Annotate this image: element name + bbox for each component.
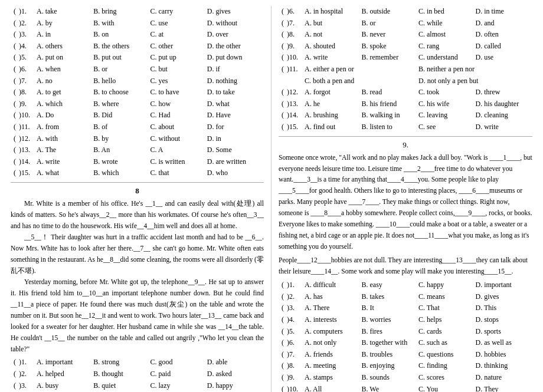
mc-num: )14.: [287, 110, 305, 121]
opt-a: A. shouted: [305, 41, 362, 52]
paren: (: [279, 291, 287, 302]
opt-b: B. sounds: [362, 372, 419, 383]
mc-options: A. The B. An C. A D. Some: [37, 144, 264, 156]
opt-c: C. almost: [418, 29, 476, 40]
opt-c: C. leaving: [418, 110, 476, 121]
opt-d: D. and: [476, 18, 533, 29]
opt-a: A. when: [37, 64, 93, 75]
opt-c: C. while: [418, 18, 476, 29]
opt-c: C. that: [151, 167, 207, 179]
mc-options: A. no B. hello C. yes D. nothing: [37, 75, 264, 87]
opt-b: B. listen to: [362, 121, 419, 133]
mc-row: ( )7. A. but B. or C. while D. and: [279, 18, 532, 29]
mc-row: ( )1. A. take B. bring C. carry D. gives: [11, 6, 264, 17]
opt-b: B. with: [93, 18, 150, 29]
opt-d: D. who: [207, 167, 264, 179]
mc-options: A. to get B. to choose C. to have D. to …: [37, 87, 264, 98]
opt-c: C. how: [151, 98, 207, 110]
opt-b: B. An: [93, 144, 150, 156]
paren: (: [11, 167, 19, 179]
opt-d: D. put down: [207, 52, 264, 63]
opt-c: C. good: [151, 357, 207, 368]
mc-num: )6.: [287, 337, 305, 348]
mc-row: ( )3. A. busy B. quiet C. lazy D. happy: [11, 380, 264, 391]
paren: (: [279, 29, 287, 40]
mc-options: A. computers B. fires C. cards D. sports: [305, 326, 532, 337]
opt-d: D. Some: [207, 144, 264, 156]
mc-row: ( )5. A. put on B. put out C. put up D. …: [11, 52, 264, 63]
opt-a: A. he: [305, 98, 362, 110]
mc-row: ( )7. A. no B. hello C. yes D. nothing: [11, 75, 264, 87]
mc-num: )3.: [19, 380, 37, 391]
opt-c: C. lazy: [151, 380, 207, 391]
section8-header: 8: [11, 186, 264, 196]
mc-row: ( )6. A. not only B. together with C. su…: [279, 337, 532, 348]
opt-c: C. his wife: [418, 98, 476, 110]
opt-c: C. use: [151, 18, 207, 29]
opt-d: D. in: [207, 133, 264, 144]
mc-options: A. which B. where C. how D. what: [37, 98, 264, 110]
mc-options: C. both a pen and D. not only a pen but: [305, 75, 532, 87]
section8-choices: ( )1. A. important B. strong C. good D. …: [11, 357, 264, 392]
opt-d: D. to take: [207, 87, 264, 98]
opt-d: D. thinking: [476, 360, 533, 371]
mc-options: A. Do B. Did C. Had D. Have: [37, 110, 264, 121]
opt-c: C. is written: [151, 156, 207, 167]
paren: (: [279, 121, 287, 133]
opt-c: C. other: [151, 41, 207, 52]
opt-c: C. questions: [418, 349, 476, 360]
opt-b: B. or: [93, 64, 150, 75]
paren: (: [279, 326, 287, 337]
divider-right: [279, 136, 532, 137]
mc-row: ( )14. A. brushing B. walking in C. leav…: [279, 110, 532, 121]
mc-options: A. from B. of C. about D. for: [37, 121, 264, 133]
opt-d: D. They: [476, 384, 533, 392]
mc-row: ( )8. A. to get B. to choose C. to have …: [11, 87, 264, 98]
opt-a: A. which: [37, 98, 93, 110]
opt-b: B. It: [362, 302, 419, 314]
section9-passage1: Someone once wrote, "All work and no pla…: [279, 152, 532, 253]
opt-b: B. troubles: [362, 349, 419, 360]
opt-c: C. Had: [151, 110, 207, 121]
section9-passage2: People____12____hobbies are not dull. Th…: [279, 255, 532, 277]
opt-a: A. write: [305, 52, 362, 63]
opt-d: D. what: [207, 98, 264, 110]
opt-d: D. the other: [207, 41, 264, 52]
opt-d: D. if: [207, 64, 264, 75]
opt-b: B. enjoying: [362, 360, 419, 371]
mc-row: ( )13. A. he B. his friend C. his wife D…: [279, 98, 532, 110]
opt-b: B. outside: [362, 6, 419, 17]
opt-c: C. took: [418, 87, 476, 98]
mc-options: A. by B. with C. use D. without: [37, 18, 264, 29]
opt-c: C. understand: [418, 52, 476, 63]
mc-options: A. helped B. thought C. paid D. asked: [37, 368, 264, 380]
opt-b: B. together with: [362, 337, 419, 348]
mc-row: ( )2. A. by B. with C. use D. without: [11, 18, 264, 29]
mc-num: [287, 75, 305, 87]
mc-options: A. friends B. troubles C. questions D. h…: [305, 349, 532, 360]
mc-row: ( )2. A. has B. takes C. means D. gives: [279, 291, 532, 302]
mc-row: ( )8. A. not B. never C. almost D. often: [279, 29, 532, 40]
section7-items: ( )1. A. take B. bring C. carry D. gives…: [11, 6, 264, 179]
mc-row: ( )9. A. stamps B. sounds C. scores D. n…: [279, 372, 532, 383]
opt-d: D. nature: [476, 372, 533, 383]
opt-c: C. rang: [418, 41, 476, 52]
mc-row: ( )11. A. from B. of C. about D. for: [11, 121, 264, 133]
mc-row: ( )8. A. meeting B. enjoying C. finding …: [279, 360, 532, 371]
mc-num: )8.: [287, 360, 305, 371]
opt-d: D. without: [207, 18, 264, 29]
opt-b: B. strong: [93, 357, 150, 368]
opt-a: A. busy: [37, 380, 93, 391]
mc-num: )6.: [19, 64, 37, 75]
mc-row: ( )1. A. important B. strong C. good D. …: [11, 357, 264, 368]
opt-b: B. easy: [362, 279, 419, 291]
opt-a: A. others: [37, 41, 93, 52]
mc-options: A. stamps B. sounds C. scores D. nature: [305, 372, 532, 383]
mc-options: A. with B. by C. without D. in: [37, 133, 264, 144]
opt-d: D. able: [207, 357, 264, 368]
opt-b: B. read: [362, 87, 419, 98]
mc-row: ( )6. A. when B. or C. but D. if: [11, 64, 264, 75]
opt-a: A. with: [37, 133, 93, 144]
opt-b: B. quiet: [93, 380, 150, 391]
opt-a: A. forgot: [305, 87, 362, 98]
